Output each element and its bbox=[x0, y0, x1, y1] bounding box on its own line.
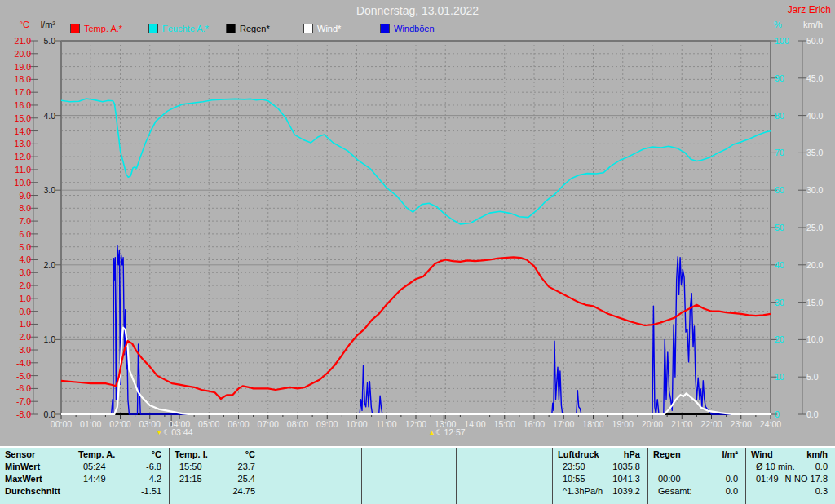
y-axis-humidity-label: 30 bbox=[775, 298, 799, 307]
moonrise-icon: ▲ bbox=[428, 429, 435, 436]
y-axis-temp-label: 20.0 bbox=[2, 49, 31, 59]
table-cell-value: 23.7 bbox=[175, 462, 255, 472]
x-axis-time-label: 07:00 bbox=[252, 419, 285, 429]
table-divider bbox=[745, 448, 746, 504]
x-axis-time-label: 15:00 bbox=[488, 419, 521, 429]
x-axis-time-label: 05:00 bbox=[192, 419, 225, 429]
y-axis-temp-label: 3.0 bbox=[2, 267, 31, 277]
y-axis-temp-label: 12.0 bbox=[2, 152, 31, 161]
x-axis-time-label: 23:00 bbox=[725, 419, 758, 429]
y-axis-temp-label: 7.0 bbox=[2, 216, 31, 226]
legend-label: Temp. A.* bbox=[84, 24, 122, 33]
y-axis-temp-label: 13.0 bbox=[2, 139, 31, 148]
legend-item-temp-a[interactable]: Temp. A.* bbox=[70, 24, 122, 33]
legend-item-regen[interactable]: Regen* bbox=[226, 24, 270, 33]
table-header-unit: °C bbox=[78, 449, 161, 460]
regen-swatch-icon bbox=[226, 24, 236, 33]
y-axis-wind-label: 10.0 bbox=[806, 334, 834, 344]
legend-label: Regen* bbox=[240, 24, 270, 33]
y-axis-temp-label: 14.0 bbox=[2, 126, 31, 136]
wind-swatch-icon bbox=[303, 24, 313, 33]
y-axis-temp-label: -4.0 bbox=[2, 358, 31, 368]
table-cell-value bbox=[653, 462, 738, 472]
x-axis-time-label: 00:00 bbox=[45, 419, 77, 429]
windboeen-swatch-icon bbox=[380, 24, 390, 33]
x-axis-time-label: 06:00 bbox=[223, 419, 255, 429]
y-axis-wind-label: 50.0 bbox=[806, 36, 834, 46]
table-cell-value: 1035.8 bbox=[558, 462, 640, 472]
table-header-unit: l/m² bbox=[653, 449, 738, 460]
legend-label: Feuchte A.* bbox=[162, 24, 209, 33]
table-divider bbox=[456, 448, 457, 504]
table-cell-value: 1041.3 bbox=[558, 474, 640, 484]
y-axis-wind-label: 5.0 bbox=[806, 372, 834, 382]
feuchte-a-swatch-icon bbox=[148, 24, 158, 33]
table-row-label: MinWert bbox=[5, 462, 68, 472]
x-axis-time-label: 17:00 bbox=[547, 419, 580, 429]
y-axis-temp-label: 19.0 bbox=[2, 62, 31, 72]
y-axis-temp-label: 9.0 bbox=[2, 191, 31, 201]
y-axis-wind-label: 0.0 bbox=[806, 409, 834, 419]
y-axis-temp-label: 6.0 bbox=[2, 229, 31, 239]
x-axis-time-label: 01:00 bbox=[74, 419, 107, 429]
table-cell-value: N-NO 17.8 bbox=[751, 474, 828, 484]
y-axis-rain-label: 5.0 bbox=[33, 36, 55, 46]
table-divider bbox=[263, 448, 263, 504]
x-axis-time-label: 02:00 bbox=[104, 419, 137, 429]
y-axis-rain-label: 1.0 bbox=[33, 334, 55, 344]
y-axis-humidity-label: 50 bbox=[775, 223, 799, 232]
y-axis-temp-label: 15.0 bbox=[2, 113, 31, 123]
y-axis-humidity-label: 20 bbox=[775, 334, 799, 344]
table-cell-value: 0.0 bbox=[653, 486, 738, 497]
y-axis-wind-label: 30.0 bbox=[806, 185, 834, 195]
x-axis-time-label: 08:00 bbox=[281, 419, 314, 429]
table-cell-value: 0.3 bbox=[751, 486, 828, 497]
legend-label: Wind* bbox=[317, 24, 341, 33]
y-axis-temp-label: -8.0 bbox=[2, 409, 31, 419]
legend-item-windboeen[interactable]: Windböen bbox=[380, 24, 435, 33]
y-axis-temp-label: 8.0 bbox=[2, 203, 31, 213]
table-row-label: Durchschnitt bbox=[5, 486, 68, 497]
table-row-label: MaxWert bbox=[5, 474, 68, 484]
y-axis-rain-label: 2.0 bbox=[33, 260, 55, 270]
table-divider bbox=[647, 448, 648, 504]
y-axis-temp-label: 17.0 bbox=[2, 87, 31, 97]
x-axis-time-label: 12:00 bbox=[400, 419, 432, 429]
table-divider bbox=[361, 448, 362, 504]
y-axis-wind-label: 35.0 bbox=[806, 148, 834, 157]
y-axis-humidity-label: 40 bbox=[775, 260, 799, 270]
y-axis-temp-label: -6.0 bbox=[2, 383, 31, 393]
x-axis-time-label: 16:00 bbox=[518, 419, 550, 429]
table-cell-value: -1.51 bbox=[78, 486, 161, 497]
x-axis-time-label: 10:00 bbox=[341, 419, 373, 429]
y-axis-temp-label: 18.0 bbox=[2, 74, 31, 84]
table-cell-value: 4.2 bbox=[78, 474, 161, 484]
y-axis-wind-label: 15.0 bbox=[806, 298, 834, 307]
y-axis-temp-label: 21.0 bbox=[2, 36, 31, 46]
y-axis-wind-label: 20.0 bbox=[806, 260, 834, 270]
moon-icon: ☾ bbox=[163, 428, 170, 436]
y-axis-temp-label: 4.0 bbox=[2, 254, 31, 264]
table-row-label: Sensor bbox=[5, 449, 68, 460]
y-axis-temp-label: 10.0 bbox=[2, 178, 31, 188]
y-axis-temp-label: -7.0 bbox=[2, 396, 31, 406]
moonrise-marker: ▲☾12:57 bbox=[428, 427, 465, 437]
table-header-unit: km/h bbox=[751, 449, 828, 460]
legend-item-feuchte-a[interactable]: Feuchte A.* bbox=[148, 24, 209, 33]
event-time-label: 03:44 bbox=[171, 427, 192, 437]
legend-item-wind[interactable]: Wind* bbox=[303, 24, 341, 33]
y-axis-temp-label: 1.0 bbox=[2, 294, 31, 303]
moon-icon: ☾ bbox=[435, 428, 442, 436]
y-axis-humidity-label: 90 bbox=[775, 73, 799, 83]
moonset-marker: ▼☾03:44 bbox=[156, 427, 192, 437]
y-axis-temp-label: -2.0 bbox=[2, 332, 31, 342]
y-axis-wind-label: 25.0 bbox=[806, 223, 834, 232]
y-axis-humidity-label: 100 bbox=[775, 36, 799, 46]
table-cell-value: 24.75 bbox=[175, 486, 255, 497]
table-cell-value: 25.4 bbox=[175, 474, 255, 484]
moonset-icon: ▼ bbox=[156, 429, 162, 436]
table-cell-value: -6.8 bbox=[78, 462, 161, 472]
event-time-label: 12:57 bbox=[444, 427, 465, 437]
y-axis-rain-label: 0.0 bbox=[33, 409, 55, 419]
x-axis-time-label: 18:00 bbox=[577, 419, 610, 429]
